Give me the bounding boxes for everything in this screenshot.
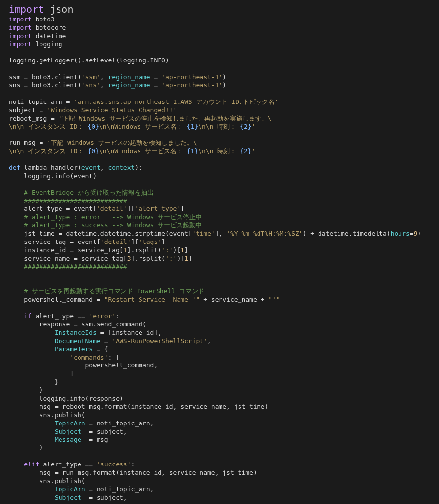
code-text: ] bbox=[161, 238, 165, 245]
code-text: ): bbox=[135, 164, 142, 171]
comment: ########################### bbox=[9, 197, 127, 204]
string: 'detail' bbox=[97, 205, 127, 212]
string: '下記 Windows サービスの起動を検知しました。\ bbox=[47, 139, 197, 146]
module-logging: logging bbox=[32, 40, 62, 48]
param: Subject bbox=[55, 494, 81, 501]
code-line: msg = run_msg.format(instance_id, servic… bbox=[9, 469, 257, 476]
indent bbox=[9, 485, 55, 493]
string: 'ap-northeast-1' bbox=[161, 73, 222, 81]
module-botocore: botocore bbox=[32, 24, 66, 31]
code-text: ) bbox=[222, 73, 226, 81]
code-line: sns.publish( bbox=[9, 411, 85, 419]
code-text: )[ bbox=[177, 255, 184, 262]
code-line: } bbox=[9, 378, 59, 385]
code-line: ) bbox=[9, 386, 43, 394]
fmt-placeholder: {0} bbox=[87, 123, 99, 130]
keyword-import: import bbox=[9, 16, 32, 23]
indent bbox=[9, 329, 55, 336]
fmt-placeholder: {1} bbox=[187, 123, 198, 130]
param: event bbox=[81, 164, 100, 171]
code-text: , bbox=[100, 73, 108, 81]
keyword-elif: elif bbox=[9, 461, 40, 468]
code-text: = noti_topic_arn, bbox=[85, 420, 154, 427]
indent bbox=[9, 502, 55, 504]
keyword-def: def bbox=[9, 164, 20, 171]
code-text: = msg bbox=[81, 502, 108, 504]
number: 1 bbox=[123, 246, 127, 254]
code-text: ], bbox=[215, 230, 226, 237]
module-json: json bbox=[44, 3, 73, 15]
code-line: ) bbox=[9, 444, 43, 451]
indent bbox=[9, 354, 70, 361]
comment: ########################### bbox=[9, 263, 127, 270]
code-text: + service_name + bbox=[200, 296, 268, 303]
code-line: sns = boto3.client( bbox=[9, 81, 81, 89]
string: \n\nWindows サービス名： bbox=[99, 147, 187, 155]
code-block: import json import boto3 import botocore… bbox=[0, 0, 439, 504]
string: 'Windows Service Status Changed!!' bbox=[47, 106, 177, 114]
param: Message bbox=[55, 502, 81, 504]
code-text: ] bbox=[184, 246, 188, 254]
indent bbox=[9, 428, 55, 435]
code-text: )[ bbox=[173, 246, 181, 254]
code-text: ) bbox=[222, 81, 226, 89]
string: 'AWS-RunPowerShellScript' bbox=[112, 337, 207, 344]
param: InstanceIds bbox=[55, 329, 97, 336]
code-text: , bbox=[207, 337, 211, 344]
code-text: = bbox=[100, 337, 112, 344]
code-text: ][ bbox=[131, 238, 139, 245]
string: 'sns' bbox=[81, 81, 100, 89]
param: region_name bbox=[108, 73, 150, 81]
code-text: = noti_topic_arn, bbox=[85, 485, 154, 493]
indent bbox=[9, 494, 55, 501]
string: '%Y-%m-%dT%H:%M:%SZ' bbox=[226, 230, 303, 237]
code-text: alert_type == bbox=[40, 461, 97, 468]
code-line: ] bbox=[9, 370, 74, 377]
code-text: = [instance_id], bbox=[97, 329, 161, 336]
param: hours bbox=[391, 230, 410, 237]
code-text: = { bbox=[93, 345, 108, 353]
string: "'" bbox=[268, 296, 279, 303]
fmt-placeholder: {1} bbox=[187, 147, 198, 155]
code-text: ] bbox=[188, 255, 192, 262]
code-line: ssm = boto3.client( bbox=[9, 73, 81, 81]
code-text: : bbox=[116, 312, 120, 320]
func-name: lambda_handler( bbox=[20, 164, 81, 171]
indent bbox=[9, 345, 55, 353]
string: \n\n 時刻： bbox=[198, 123, 240, 130]
code-line: instance_id = service_tag[ bbox=[9, 246, 123, 254]
keyword-import: import bbox=[9, 32, 32, 40]
param: Message bbox=[55, 436, 81, 443]
code-line: noti_topic_arn = bbox=[9, 98, 74, 105]
number: 9 bbox=[414, 230, 418, 237]
code-text: alert_type == bbox=[32, 312, 89, 320]
indent bbox=[9, 436, 55, 443]
string: ':' bbox=[165, 255, 177, 262]
string: 'tags' bbox=[139, 238, 161, 245]
code-text: = msg bbox=[81, 436, 108, 443]
string: 'arn:aws:sns:ap-northeast-1:AWS アカウント ID… bbox=[74, 98, 279, 105]
string: ' bbox=[252, 123, 256, 130]
param: TopicArn bbox=[55, 420, 85, 427]
comment: # alert_type : success --> Windows サービス起… bbox=[9, 222, 202, 229]
code-text: ].rsplit( bbox=[131, 255, 165, 262]
param: DocumentName bbox=[55, 337, 100, 344]
string: \n\n インスタンス ID： bbox=[9, 123, 87, 130]
string: '下記 Windows サービスの停止を検知しました。再起動を実施します。\ bbox=[59, 115, 272, 122]
indent bbox=[9, 420, 55, 427]
code-line: jst_time = datetime.datetime.strptime(ev… bbox=[9, 230, 192, 237]
string: \n\n 時刻： bbox=[198, 147, 240, 155]
code-text: ) bbox=[418, 230, 421, 237]
code-text: ].rsplit( bbox=[127, 246, 161, 254]
code-text: = subject, bbox=[81, 494, 127, 501]
keyword-import: import bbox=[9, 24, 32, 31]
code-text: = bbox=[150, 73, 161, 81]
string: ':' bbox=[161, 246, 173, 254]
keyword-if: if bbox=[9, 312, 32, 320]
code-line: logging.info(response) bbox=[9, 395, 123, 402]
comment: # サービスを再起動する実行コマンド PowerShell コマンド bbox=[9, 287, 204, 295]
string: 'commands' bbox=[70, 354, 108, 361]
indent bbox=[9, 337, 55, 344]
string: \n\nWindows サービス名： bbox=[99, 123, 187, 130]
module-datetime: datetime bbox=[32, 32, 66, 40]
